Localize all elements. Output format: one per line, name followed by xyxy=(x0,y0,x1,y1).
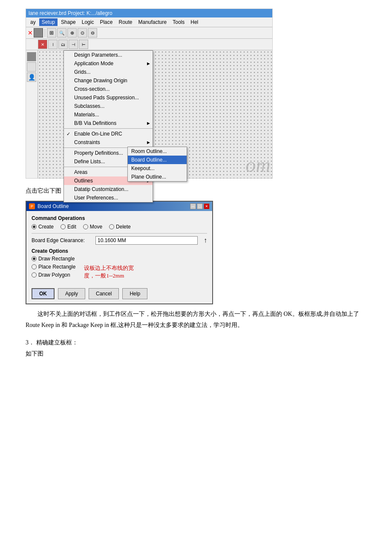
submenu-room-outline[interactable]: Room Outline... xyxy=(128,147,187,156)
sub-text-content: 如下图 xyxy=(26,350,43,357)
radio-delete-label: Delete xyxy=(116,224,131,230)
separator-icon[interactable]: ⁞ xyxy=(48,40,58,49)
submenu-keepout[interactable]: Keepout... xyxy=(128,164,187,173)
title-bar-text: lane reciever.brd Project: K:.../allegro xyxy=(29,10,112,16)
zoom-fit-icon[interactable]: ⊙ xyxy=(78,28,87,38)
menu-change-drawing-origin[interactable]: Change Drawing Origin xyxy=(64,76,153,85)
dialog-title-left: P Board Outline xyxy=(29,203,69,209)
menu-enable-drc[interactable]: ✓ Enable On-Line DRC xyxy=(64,130,153,138)
radio-create[interactable]: Create xyxy=(32,224,54,230)
menubar-place[interactable]: Place xyxy=(97,18,115,26)
arrow-icon: ▶ xyxy=(147,61,150,66)
menu-datatip[interactable]: Datatip Customization... xyxy=(64,185,153,194)
snap-right-icon[interactable]: ⊢ xyxy=(79,40,88,49)
submenu-plane-outline[interactable]: Plane Outline... xyxy=(128,173,187,181)
body-text-1: 这时不关上面的对话框，到工作区点一下，松开拖出想要的方形大小，再点一下，再点上面… xyxy=(26,311,359,328)
menu-design-parameters[interactable]: Design Parameters... xyxy=(64,51,153,59)
dialog-buttons: OK Apply Cancel Help xyxy=(32,285,207,299)
main-content: 👤 Design Parameters... Application Mode … xyxy=(26,50,272,178)
close-icon[interactable]: ✕ xyxy=(28,29,33,37)
annotation-text: 设板边上不布线的宽 度，一般1--2mm xyxy=(84,256,134,280)
menubar-tools[interactable]: Tools xyxy=(170,18,187,26)
toolbar-row-2: ✕ ⁞ 🗂 ⊣ ⊢ xyxy=(26,39,272,50)
grid-icon[interactable]: ⊞ xyxy=(47,28,56,38)
create-options-label: Create Options xyxy=(32,248,207,254)
menu-bb-via[interactable]: B/B Via Definitions ▶ xyxy=(64,119,153,127)
menu-subclasses[interactable]: Subclasses... xyxy=(64,102,153,110)
arrow-icon: ▶ xyxy=(147,140,150,145)
left-icon-2[interactable] xyxy=(27,62,36,72)
layer-icon[interactable]: ✕ xyxy=(38,40,47,49)
menubar-setup[interactable]: Setup xyxy=(39,18,58,26)
apply-button[interactable]: Apply xyxy=(58,288,85,299)
board-edge-label: Board Edge Clearance: xyxy=(32,237,91,243)
radio-draw-poly-circle xyxy=(32,272,37,278)
menu-unused-pads[interactable]: Unused Pads Suppression... xyxy=(64,93,153,102)
menu-sep-1 xyxy=(64,128,153,129)
outlines-submenu: Room Outline... Board Outline... Keepout… xyxy=(127,147,187,182)
radio-move-circle xyxy=(83,224,88,229)
menubar-route[interactable]: Route xyxy=(116,18,135,26)
radio-draw-poly[interactable]: Draw Polygon xyxy=(32,272,75,278)
help-button[interactable]: Help xyxy=(122,288,147,299)
sub-text-area: 如下图 xyxy=(26,350,366,358)
menubar-ay[interactable]: ay xyxy=(28,18,38,26)
menu-cross-section[interactable]: Cross-section... xyxy=(64,85,153,93)
command-radio-row: Create Edit Move Delete xyxy=(32,224,207,230)
radio-create-circle xyxy=(32,224,37,229)
close-button[interactable]: ✕ xyxy=(204,203,210,209)
canvas-area[interactable]: Design Parameters... Application Mode ▶ … xyxy=(38,50,272,178)
maximize-button[interactable]: □ xyxy=(197,203,203,209)
radio-draw-rect-circle xyxy=(32,256,37,261)
radio-edit[interactable]: Edit xyxy=(61,224,76,230)
board-edge-input[interactable] xyxy=(95,236,198,245)
cancel-button[interactable]: Cancel xyxy=(89,288,119,299)
arrow-icon: ▶ xyxy=(147,121,150,125)
radio-create-label: Create xyxy=(38,224,54,230)
radio-move[interactable]: Move xyxy=(83,224,102,230)
dialog-sep-1 xyxy=(32,233,207,234)
radio-place-rect-label: Place Rectangle xyxy=(38,264,75,270)
toolbar-icon-1[interactable] xyxy=(34,28,43,38)
radio-draw-rect[interactable]: Draw Rectangle xyxy=(32,256,75,262)
board-edge-clearance-row: Board Edge Clearance: ↑ xyxy=(32,236,207,245)
section-header-text: 3． 精确建立板框： xyxy=(26,339,78,346)
create-options-section: Draw Rectangle Place Rectangle Draw Poly… xyxy=(32,256,207,280)
arrow-up-icon: ↑ xyxy=(204,237,207,244)
menu-grids[interactable]: Grids... xyxy=(64,68,153,76)
left-icon-3[interactable]: 👤 xyxy=(27,72,36,82)
zoom-in-icon[interactable]: ⊕ xyxy=(67,28,77,38)
left-icon-1[interactable] xyxy=(27,52,36,61)
create-options-radios: Draw Rectangle Place Rectangle Draw Poly… xyxy=(32,256,75,278)
check-icon: ✓ xyxy=(66,131,70,137)
menubar-manufacture[interactable]: Manufacture xyxy=(136,18,170,26)
dialog-title-controls: ─ □ ✕ xyxy=(190,203,210,209)
screenshot-area: lane reciever.brd Project: K:.../allegro… xyxy=(26,9,273,179)
menu-application-mode[interactable]: Application Mode ▶ xyxy=(64,59,153,68)
menubar-logic[interactable]: Logic xyxy=(79,18,97,26)
dialog-title-text: Board Outline xyxy=(37,203,69,209)
radio-draw-rect-label: Draw Rectangle xyxy=(38,256,75,262)
board-outline-dialog: P Board Outline ─ □ ✕ Command Operations xyxy=(26,201,213,304)
menubar-shape[interactable]: Shape xyxy=(58,18,78,26)
submenu-board-outline[interactable]: Board Outline... xyxy=(128,156,187,164)
menu-constraints[interactable]: Constraints ▶ xyxy=(64,138,153,147)
text-after-menu-content: 点击它出下图： xyxy=(26,188,67,194)
board-icon[interactable]: 🗂 xyxy=(58,40,68,49)
dialog-title-bar: P Board Outline ─ □ ✕ xyxy=(26,202,212,211)
menu-bar: ay Setup Shape Logic Place Route Manufac… xyxy=(26,17,272,27)
ok-button[interactable]: OK xyxy=(32,288,55,299)
menu-user-prefs[interactable]: User Preferences... xyxy=(64,194,153,202)
zoom-out-icon[interactable]: ⊖ xyxy=(88,28,97,38)
snap-left-icon[interactable]: ⊣ xyxy=(69,40,78,49)
left-icon-panel: 👤 xyxy=(26,50,38,178)
radio-place-rect[interactable]: Place Rectangle xyxy=(32,264,75,270)
radio-delete[interactable]: Delete xyxy=(109,224,131,230)
dialog-container: P Board Outline ─ □ ✕ Command Operations xyxy=(26,201,366,304)
search-icon[interactable]: 🔍 xyxy=(57,28,66,38)
minimize-button[interactable]: ─ xyxy=(190,203,196,209)
menu-materials[interactable]: Materials... xyxy=(64,110,153,119)
menubar-help[interactable]: Hel xyxy=(188,18,201,26)
red-text-2: 度，一般1--2mm xyxy=(84,272,134,280)
radio-delete-circle xyxy=(109,224,114,229)
